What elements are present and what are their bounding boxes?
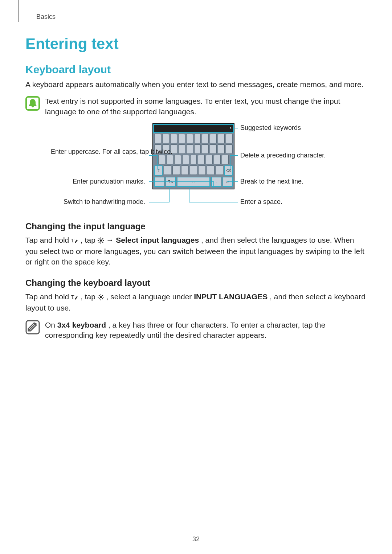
label-break: Break to the next line.: [240, 178, 303, 185]
keyboard-illustration: › ⇧ ⌫ T✎ ⎵: [152, 123, 234, 189]
arrow: →: [106, 236, 116, 244]
note-3x4-text: On 3x4 keyboard , a key has three or fou…: [45, 320, 367, 341]
t-pen-icon: T: [71, 293, 78, 303]
shift-key-icon: ⇧: [154, 165, 163, 176]
label-suggested: Suggested keywords: [240, 124, 301, 132]
header-side-rule: [18, 0, 19, 22]
svg-line-8: [102, 242, 103, 243]
bold-input-languages: INPUT LANGUAGES: [194, 292, 268, 301]
svg-line-19: [99, 299, 100, 300]
svg-point-12: [100, 296, 102, 298]
note-language-support: Text entry is not supported in some lang…: [25, 96, 367, 117]
suggestion-bar: ›: [153, 124, 234, 133]
bold-select-input-languages: Select input languages: [116, 236, 199, 244]
section-heading-keyboard-layout: Keyboard layout: [25, 63, 367, 76]
txt: , tap: [81, 292, 98, 301]
bold-3x4: 3x4 keyboard: [57, 321, 106, 329]
txt: , select a language under: [106, 292, 194, 301]
label-handwriting: Switch to handwriting mode.: [51, 198, 145, 206]
svg-line-20: [102, 295, 103, 296]
chevron-right-icon: ›: [230, 125, 232, 131]
label-punctuation: Enter punctuation marks.: [51, 178, 145, 185]
svg-text:T: T: [71, 238, 74, 243]
txt: On: [45, 321, 57, 329]
note-3x4-keyboard: On 3x4 keyboard , a key has three or fou…: [25, 320, 367, 341]
t-pen-icon: T: [71, 236, 78, 246]
svg-line-9: [99, 242, 100, 243]
gear-icon: [98, 293, 104, 303]
section-heading-input-language: Changing the input language: [25, 221, 367, 231]
svg-line-17: [99, 295, 100, 296]
intro-paragraph: A keyboard appears automatically when yo…: [25, 79, 367, 90]
label-space: Enter a space.: [240, 198, 282, 206]
section-heading-keyboard-layout-change: Changing the keyboard layout: [25, 278, 367, 288]
keyboard-diagram: › ⇧ ⌫ T✎ ⎵: [25, 123, 367, 210]
gear-icon: [98, 236, 104, 246]
page-number: 32: [0, 535, 392, 543]
txt: , tap: [81, 236, 98, 244]
txt: Tap and hold: [25, 236, 71, 244]
note-icon: [25, 320, 40, 335]
delete-key-icon: ⌫: [224, 165, 233, 176]
keyboard-layout-paragraph: Tap and hold T , tap , select a language…: [25, 292, 367, 313]
svg-line-18: [102, 299, 103, 300]
label-uppercase: Enter uppercase. For all caps, tap it tw…: [51, 148, 145, 156]
bell-icon: [25, 96, 40, 111]
input-language-paragraph: Tap and hold T , tap → Select input lang…: [25, 235, 367, 267]
txt: Tap and hold: [25, 292, 71, 301]
svg-text:T: T: [71, 295, 74, 300]
svg-line-10: [102, 238, 103, 239]
breadcrumb: Basics: [36, 13, 367, 21]
label-delete: Delete a preceding character.: [240, 152, 326, 159]
svg-point-2: [100, 239, 102, 242]
page-title: Entering text: [25, 35, 367, 53]
svg-line-7: [99, 238, 100, 239]
note-language-text: Text entry is not supported in some lang…: [45, 96, 367, 117]
